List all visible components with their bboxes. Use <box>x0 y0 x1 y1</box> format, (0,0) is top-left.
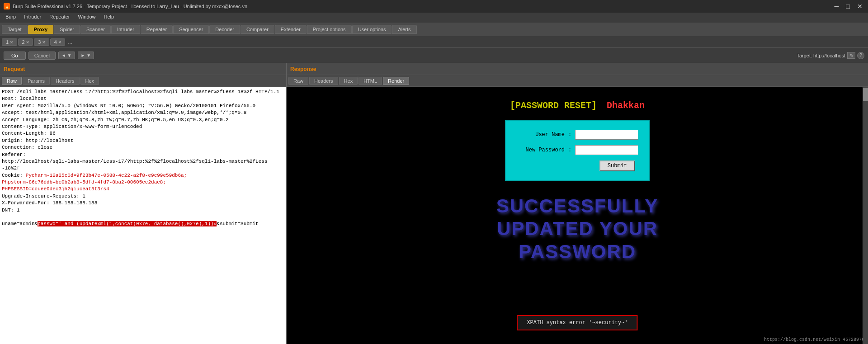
tab-decoder[interactable]: Decoder <box>209 25 240 34</box>
repeater-tab-1[interactable]: 1 × <box>2 38 17 46</box>
tab-scanner[interactable]: Scanner <box>80 25 111 34</box>
pr-title-text: Dhakkan <box>607 100 645 111</box>
target-help-button[interactable]: ? <box>857 52 864 59</box>
pr-submit-button[interactable]: Submit <box>599 160 635 171</box>
response-content: [PASSWORD RESET] Dhakkan User Name : New… <box>287 87 868 344</box>
request-tab-raw[interactable]: Raw <box>2 77 22 85</box>
target-label: Target: http://localhost <box>797 53 845 58</box>
pr-form: User Name : New Password : Submit <box>505 120 650 181</box>
response-tab-headers[interactable]: Headers <box>309 77 338 85</box>
app-icon: 🔥 <box>4 3 10 9</box>
back-button[interactable]: ◄ ▼ <box>58 52 75 59</box>
response-sub-tabs: Raw Headers Hex HTML Render <box>287 75 868 87</box>
main-content: Request Raw Params Headers Hex POST /sql… <box>0 63 868 344</box>
tab-extender[interactable]: Extender <box>275 25 307 34</box>
tab-proxy[interactable]: Proxy <box>28 25 54 34</box>
menu-bar: Burp Intruder Repeater Window Help <box>0 13 868 23</box>
window-title: Burp Suite Professional v1.7.26 - Tempor… <box>13 4 247 9</box>
pr-submit-row: Submit <box>519 160 635 171</box>
tab-sequencer[interactable]: Sequencer <box>173 25 209 34</box>
title-bar-left: 🔥 Burp Suite Professional v1.7.26 - Temp… <box>4 3 247 9</box>
minimize-button[interactable]: ─ <box>833 3 841 10</box>
go-button[interactable]: Go <box>4 52 26 60</box>
password-reset-page: [PASSWORD RESET] Dhakkan User Name : New… <box>287 87 868 344</box>
request-tab-params[interactable]: Params <box>23 77 50 85</box>
request-line1: POST /sqli-labs-master/Less-17/?http:%2f… <box>2 89 279 226</box>
pr-header: [PASSWORD RESET] Dhakkan <box>287 87 868 111</box>
tab-user-options[interactable]: User options <box>352 25 392 34</box>
pr-password-row: New Password : <box>519 145 635 155</box>
pr-xpath-error: XPATH syntax error '~security~' <box>517 315 637 330</box>
response-tab-render[interactable]: Render <box>383 77 409 85</box>
pr-username-row: User Name : <box>519 130 635 140</box>
pr-url-bottom: https://blog.csdn.net/weixin_45728976 <box>764 337 864 342</box>
tab-project-options[interactable]: Project options <box>307 25 352 34</box>
response-tab-hex[interactable]: Hex <box>339 77 358 85</box>
pr-success-text: SUCCESSFULLYUPDATED YOURPASSWORD <box>287 195 868 263</box>
repeater-tab-more[interactable]: ... <box>66 39 74 45</box>
tab-target[interactable]: Target <box>2 25 28 34</box>
repeater-tab-2[interactable]: 2 × <box>18 38 33 46</box>
tab-spider[interactable]: Spider <box>54 25 80 34</box>
repeater-tab-row: 1 × 2 × 3 × 4 × ... <box>0 36 868 48</box>
target-info: Target: http://localhost ✎ ? <box>797 52 864 59</box>
request-sub-tabs: Raw Params Headers Hex <box>0 75 286 87</box>
response-tab-raw[interactable]: Raw <box>288 77 308 85</box>
repeater-tab-3[interactable]: 3 × <box>34 38 49 46</box>
window-controls[interactable]: ─ □ ✕ <box>833 3 864 10</box>
maximize-button[interactable]: □ <box>844 3 852 10</box>
pr-title-bracket: [PASSWORD RESET] <box>510 100 597 111</box>
response-header: Response <box>287 63 868 75</box>
response-panel: Response Raw Headers Hex HTML Render [PA… <box>287 63 868 344</box>
menu-intruder[interactable]: Intruder <box>20 14 45 22</box>
menu-repeater[interactable]: Repeater <box>46 14 73 22</box>
close-button[interactable]: ✕ <box>855 3 864 10</box>
menu-help[interactable]: Help <box>100 14 118 22</box>
pr-password-label: New Password <box>519 147 565 153</box>
repeater-tab-4[interactable]: 4 × <box>50 38 66 46</box>
request-header: Request <box>0 63 286 75</box>
menu-burp[interactable]: Burp <box>2 14 19 22</box>
request-tab-headers[interactable]: Headers <box>51 77 80 85</box>
tab-comparer[interactable]: Comparer <box>241 25 274 34</box>
scrollbar-thumb[interactable] <box>863 88 868 101</box>
toolbar: Go Cancel ◄ ▼ ► ▼ Target: http://localho… <box>0 48 868 63</box>
pr-username-label: User Name <box>519 132 565 138</box>
cancel-button[interactable]: Cancel <box>28 52 56 60</box>
target-edit-button[interactable]: ✎ <box>847 52 855 59</box>
main-tab-bar: Target Proxy Spider Scanner Intruder Rep… <box>0 23 868 36</box>
request-content[interactable]: POST /sqli-labs-master/Less-17/?http:%2f… <box>0 87 286 344</box>
request-tab-hex[interactable]: Hex <box>80 77 99 85</box>
tab-alerts[interactable]: Alerts <box>392 25 416 34</box>
title-bar: 🔥 Burp Suite Professional v1.7.26 - Temp… <box>0 0 868 13</box>
forward-button[interactable]: ► ▼ <box>78 52 94 59</box>
response-scrollbar[interactable] <box>863 87 868 344</box>
request-panel: Request Raw Params Headers Hex POST /sql… <box>0 63 287 344</box>
menu-window[interactable]: Window <box>74 14 99 22</box>
request-text-area: POST /sqli-labs-master/Less-17/?http:%2f… <box>0 87 286 344</box>
pr-password-input[interactable] <box>575 145 638 155</box>
response-tab-html[interactable]: HTML <box>359 77 382 85</box>
tab-intruder[interactable]: Intruder <box>111 25 140 34</box>
pr-username-input[interactable] <box>575 130 638 140</box>
tab-repeater[interactable]: Repeater <box>141 25 173 34</box>
